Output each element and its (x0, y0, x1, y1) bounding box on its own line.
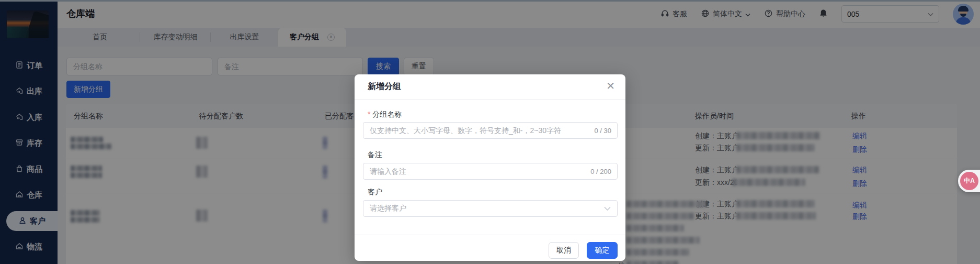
char-counter: 0 / 200 (590, 168, 617, 175)
group-name-input[interactable] (363, 123, 594, 138)
dialog-header-divider (355, 100, 625, 100)
char-counter: 0 / 30 (594, 127, 617, 135)
group-name-field[interactable]: 0 / 30 (363, 122, 618, 139)
dialog-title: 新增分组 (368, 81, 401, 92)
customer-select[interactable]: 请选择客户 (363, 200, 618, 217)
remark-label: 备注 (368, 150, 382, 160)
dialog-footer-divider (355, 235, 625, 235)
customer-select-placeholder: 请选择客户 (363, 204, 604, 213)
confirm-button[interactable]: 确定 (587, 242, 618, 259)
customer-label: 客户 (368, 188, 382, 197)
add-group-dialog: 新增分组 ✕ 分组名称 0 / 30 备注 0 / 200 客户 请选择客户 取… (355, 74, 625, 261)
cancel-button[interactable]: 取消 (549, 242, 579, 259)
close-icon[interactable]: ✕ (606, 80, 615, 92)
translate-widget[interactable]: 中A (958, 170, 980, 192)
remark-field[interactable]: 0 / 200 (363, 163, 618, 180)
translate-icon[interactable]: 中A (960, 172, 978, 190)
chevron-down-icon (604, 206, 611, 211)
group-name-label: 分组名称 (368, 110, 402, 119)
remark-input[interactable] (363, 163, 590, 179)
app-window: 订单 出库 入库 库存 商品 仓库 客户 物流 (0, 0, 980, 264)
